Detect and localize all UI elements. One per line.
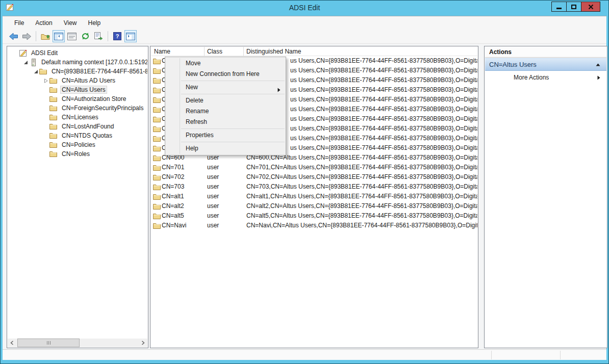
cell-name: CN=alt1 bbox=[162, 193, 205, 200]
list-row[interactable]: CN=701userCN=701,CN=Altus Users,CN={893B… bbox=[151, 163, 477, 172]
close-button[interactable] bbox=[581, 2, 600, 12]
cell-name: CN=701 bbox=[162, 164, 205, 171]
column-divider[interactable] bbox=[204, 47, 205, 56]
menu-action[interactable]: Action bbox=[30, 18, 58, 28]
tree-item-label: ADSI Edit bbox=[30, 49, 59, 57]
help-button[interactable]: ? bbox=[111, 30, 123, 42]
properties-button[interactable] bbox=[66, 30, 78, 42]
minimize-button[interactable] bbox=[551, 2, 567, 12]
expander-expanded-icon[interactable] bbox=[32, 69, 39, 74]
refresh-icon bbox=[81, 32, 90, 40]
export-list-icon bbox=[94, 32, 103, 40]
context-menu-item-move[interactable]: Move bbox=[165, 58, 286, 69]
context-menu-item-new[interactable]: New bbox=[165, 82, 286, 93]
tree-item-label: CN=NTDS Quotas bbox=[60, 132, 114, 140]
close-icon bbox=[588, 4, 594, 10]
folder-icon bbox=[153, 154, 161, 161]
tree-item-label: CN=Authorization Store bbox=[60, 95, 128, 103]
export-list-button[interactable] bbox=[92, 30, 105, 42]
folder-icon bbox=[153, 96, 161, 103]
tree-item-label: CN={893B81EE-7764-44FF-8561-8377580 bbox=[50, 67, 147, 75]
menu-separator bbox=[181, 94, 285, 94]
expander-collapsed-icon[interactable] bbox=[42, 79, 49, 83]
refresh-button[interactable] bbox=[79, 30, 91, 42]
list-row[interactable]: CN=alt5userCN=alt5,CN=Altus Users,CN={89… bbox=[151, 211, 477, 221]
menu-help[interactable]: Help bbox=[83, 18, 107, 28]
menu-file[interactable]: File bbox=[9, 18, 30, 28]
tree-item-adsi-edit[interactable]: ADSI Edit bbox=[8, 48, 147, 58]
list-row[interactable]: CN=702userCN=702,CN=Altus Users,CN={893B… bbox=[151, 172, 477, 182]
tree-item-cn-foreignsecurityprincipals[interactable]: CN=ForeignSecurityPrincipals bbox=[8, 103, 147, 113]
menu-bar: FileActionViewHelp bbox=[3, 16, 606, 29]
help-icon: ? bbox=[113, 32, 121, 40]
window-controls bbox=[552, 2, 600, 12]
scroll-right-button[interactable] bbox=[139, 339, 147, 347]
folder-icon bbox=[153, 125, 161, 132]
cell-class: user bbox=[207, 222, 245, 229]
cell-distinguished-name: CN=alt5,CN=Altus Users,CN={893B81EE-7764… bbox=[246, 212, 477, 219]
menu-separator bbox=[181, 128, 285, 129]
list-row[interactable]: CN=alt1userCN=alt1,CN=Altus Users,CN={89… bbox=[151, 192, 477, 201]
column-divider[interactable] bbox=[243, 47, 244, 56]
scrollbar-thumb[interactable] bbox=[17, 339, 80, 347]
context-menu-item-delete[interactable]: Delete bbox=[165, 95, 286, 106]
tree-item-cn-893b81ee-7764-44ff-8561-8377580[interactable]: CN={893B81EE-7764-44FF-8561-8377580 bbox=[8, 67, 147, 76]
folder-icon bbox=[153, 164, 161, 171]
up-one-level-button[interactable] bbox=[39, 30, 52, 42]
tree-item-label: CN=Altus AD Users bbox=[60, 76, 117, 85]
folder-icon bbox=[49, 105, 58, 112]
show-console-tree-button[interactable] bbox=[53, 30, 65, 42]
client-area: FileActionViewHelp ? ADSI EditDefault na… bbox=[3, 16, 606, 360]
cell-class: user bbox=[207, 183, 245, 190]
tree-item-cn-roles[interactable]: CN=Roles bbox=[8, 149, 147, 159]
tree-horizontal-scrollbar[interactable] bbox=[8, 339, 147, 347]
tree-item-default-naming-context-127-0-0-1-51928[interactable]: Default naming context [127.0.0.1:51928] bbox=[8, 58, 147, 67]
context-menu-item-properties[interactable]: Properties bbox=[165, 130, 286, 141]
cell-distinguished-name: CN=703,CN=Altus Users,CN={893B81EE-7764-… bbox=[246, 183, 477, 190]
more-actions-item[interactable]: More Actions bbox=[485, 73, 606, 83]
list-row[interactable]: CN=703userCN=703,CN=Altus Users,CN={893B… bbox=[151, 182, 477, 192]
tree-item-cn-licenses[interactable]: CN=Licenses bbox=[8, 113, 147, 122]
context-menu-item-new-connection-from-here[interactable]: New Connection from Here bbox=[165, 69, 286, 80]
scroll-left-button[interactable] bbox=[8, 339, 16, 347]
menu-separator bbox=[181, 142, 285, 142]
tree-item-label: CN=ForeignSecurityPrincipals bbox=[60, 104, 145, 112]
actions-section-header[interactable]: CN=Altus Users bbox=[485, 58, 606, 71]
folder-icon bbox=[153, 116, 161, 122]
folder-icon bbox=[153, 222, 161, 229]
list-row[interactable]: CN=alt2userCN=alt2,CN=Altus Users,CN={89… bbox=[151, 201, 477, 211]
tree-item-cn-altus-ad-users[interactable]: CN=Altus AD Users bbox=[8, 76, 147, 85]
tree-item-cn-lostandfound[interactable]: CN=LostAndFound bbox=[8, 122, 147, 131]
back-button[interactable] bbox=[7, 30, 19, 42]
show-action-pane-button[interactable] bbox=[124, 30, 137, 42]
context-menu-item-help[interactable]: Help bbox=[165, 143, 286, 154]
toolbar-separator bbox=[36, 31, 36, 41]
cell-name: CN=alt2 bbox=[162, 202, 205, 210]
context-menu-item-refresh[interactable]: Refresh bbox=[165, 117, 286, 127]
expander-expanded-icon[interactable] bbox=[22, 60, 29, 65]
toolbar: ? bbox=[3, 29, 606, 44]
tree-item-cn-altus-users[interactable]: CN=Altus Users bbox=[8, 85, 147, 94]
cell-name: CN=Navi bbox=[162, 222, 205, 229]
context-menu-item-rename[interactable]: Rename bbox=[165, 106, 286, 117]
column-header-class[interactable]: Class bbox=[207, 48, 222, 55]
column-header-distinguished-name[interactable]: Distinguished Name bbox=[246, 48, 301, 55]
list-row[interactable]: CN=NaviuserCN=Navi,CN=Altus Users,CN={89… bbox=[151, 221, 477, 230]
column-header-name[interactable]: Name bbox=[154, 48, 170, 55]
tree-item-cn-ntds-quotas[interactable]: CN=NTDS Quotas bbox=[8, 131, 147, 140]
forward-button[interactable] bbox=[20, 30, 33, 42]
scrollbar-track[interactable] bbox=[16, 339, 139, 347]
menu-view[interactable]: View bbox=[58, 18, 83, 28]
toolbar-separator bbox=[108, 31, 108, 41]
adsi-edit-window: ADSI Edit FileActionViewHelp ? ADSI Edit… bbox=[0, 0, 609, 364]
cell-name: CN=alt5 bbox=[162, 212, 205, 219]
tree-item-cn-policies[interactable]: CN=Policies bbox=[8, 140, 147, 149]
folder-icon bbox=[153, 184, 161, 190]
folder-icon bbox=[49, 77, 58, 85]
back-icon bbox=[9, 32, 18, 41]
maximize-button[interactable] bbox=[566, 2, 581, 12]
tree-item-cn-authorization-store[interactable]: CN=Authorization Store bbox=[8, 94, 147, 103]
cell-class: user bbox=[207, 164, 245, 171]
folder-icon bbox=[153, 87, 161, 93]
folder-icon bbox=[39, 68, 48, 75]
